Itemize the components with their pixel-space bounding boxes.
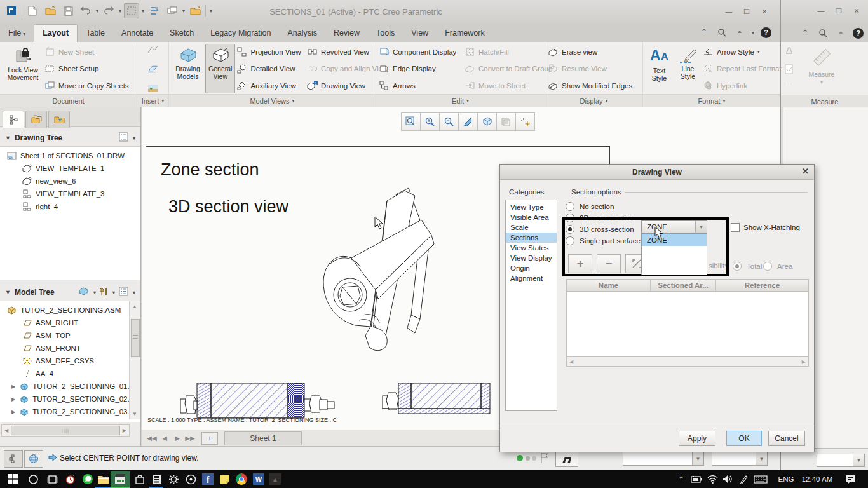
store-icon[interactable]	[132, 471, 147, 487]
tray-expand-icon[interactable]: ⌃	[674, 471, 689, 487]
prev-sheet-button[interactable]: ◀	[159, 433, 170, 444]
image-icon[interactable]	[147, 83, 158, 93]
wifi-icon[interactable]	[705, 471, 720, 487]
category-view-states[interactable]: View States	[506, 243, 557, 253]
zoom-fit-button[interactable]	[401, 112, 421, 131]
flag-icon[interactable]	[540, 452, 550, 466]
bg-search-icon[interactable]	[817, 27, 829, 39]
cortana-icon[interactable]	[25, 471, 41, 487]
settings-gear-icon[interactable]	[166, 471, 181, 487]
undo-dropdown[interactable]: ▾	[96, 8, 98, 14]
new-file-button[interactable]	[25, 3, 40, 18]
tree-item-asm-top[interactable]: ASM_TOP	[0, 329, 140, 342]
radio-area[interactable]: Area	[763, 262, 792, 271]
alarm-app-icon[interactable]	[62, 471, 78, 487]
group-label-insert[interactable]: Insert▾	[137, 94, 168, 107]
task-view-icon[interactable]	[44, 471, 60, 487]
group-label-format[interactable]: Format▾	[643, 94, 780, 107]
category-sections[interactable]: Sections	[506, 233, 557, 243]
category-alignment[interactable]: Alignment	[506, 273, 557, 283]
category-visible-area[interactable]: Visible Area	[506, 212, 557, 222]
repeat-last-format-button[interactable]: A Repeat Last Format	[703, 62, 778, 76]
section-name-combobox[interactable]: ZONE ▼	[641, 220, 707, 233]
tab-folder-browser[interactable]	[25, 111, 47, 128]
apply-button[interactable]: Apply	[679, 431, 715, 446]
revolved-view-button[interactable]: Revolved View	[307, 44, 373, 59]
tree-item-asm-right[interactable]: ASM_RIGHT	[0, 316, 140, 329]
new-sheet-button[interactable]: New Sheet	[44, 44, 133, 59]
dialog-close-icon[interactable]: ✕	[802, 166, 809, 176]
open-file-button[interactable]	[43, 3, 58, 18]
clock[interactable]: 12:40 AM	[798, 471, 836, 487]
expand-arrow-icon[interactable]: ▶	[11, 409, 15, 415]
bg-close-button[interactable]: ✕	[851, 6, 862, 15]
speaker-icon[interactable]	[720, 471, 735, 487]
tab-file[interactable]: File▾	[0, 25, 34, 42]
category-view-display[interactable]: View Display	[506, 253, 557, 263]
arrow-style-button[interactable]: Arrow Style ▾	[703, 44, 778, 59]
general-view-button[interactable]: GeneralView	[205, 44, 235, 93]
redo-dropdown[interactable]: ▾	[119, 8, 121, 14]
tab-analysis[interactable]: Analysis	[280, 25, 326, 42]
chevron-down-icon[interactable]: ▾	[112, 290, 115, 295]
bg-status-combobox[interactable]: ▼	[817, 454, 865, 467]
qat-customize-dropdown[interactable]: ▼	[208, 8, 214, 14]
ok-button[interactable]: OK	[726, 431, 762, 446]
scroll-down-arrow[interactable]: ▼	[132, 411, 137, 417]
tree-item-view-template-3[interactable]: VIEW_TEMPLATE_3	[0, 187, 140, 200]
radio-total[interactable]: Total	[733, 262, 762, 271]
file-explorer-icon[interactable]	[95, 471, 111, 487]
chevron-down-icon[interactable]: ▾	[133, 290, 135, 295]
dropdown-item-zone[interactable]: ZONE	[642, 234, 707, 246]
undo-button[interactable]	[78, 3, 93, 18]
collapse-triangle-icon[interactable]: ▼	[5, 289, 11, 295]
next-sheet-button[interactable]: ▶	[172, 433, 182, 444]
first-sheet-button[interactable]: ◀◀	[147, 433, 157, 444]
saved-views-button[interactable]	[496, 112, 516, 131]
bg-collapse-ribbon-icon[interactable]: ⌃	[799, 27, 811, 39]
column-sectioned-area[interactable]: Sectioned Ar...	[651, 280, 716, 291]
redo-button[interactable]	[101, 3, 116, 18]
tree-settings-icon[interactable]	[119, 132, 129, 144]
calculator-icon[interactable]	[149, 471, 165, 487]
repaint-button[interactable]	[458, 112, 478, 131]
tab-layout[interactable]: Layout	[34, 24, 78, 42]
line-style-button[interactable]: LineStyle	[674, 44, 702, 93]
column-reference[interactable]: Reference	[716, 280, 808, 291]
tree-item-view-template-1[interactable]: VIEW_TEMPLATE_1	[0, 162, 140, 175]
tree-item-asm-def-csys[interactable]: yx ASM_DEF_CSYS	[0, 355, 140, 367]
tree-tools-icon[interactable]	[100, 287, 109, 298]
tree-item-aa-4[interactable]: AA_4	[0, 367, 140, 380]
regenerate-button[interactable]	[147, 3, 162, 18]
move-copy-sheets-button[interactable]: Move or Copy Sheets	[44, 78, 133, 93]
projection-view-button[interactable]: Projection View	[236, 44, 306, 59]
detailed-view-button[interactable]: Detailed View	[236, 62, 306, 76]
section-view-right[interactable]	[382, 382, 499, 416]
column-name[interactable]: Name	[567, 280, 651, 291]
help-icon[interactable]: ?	[761, 27, 771, 38]
chevron-down-icon[interactable]: ▾	[93, 290, 96, 295]
show-modified-edges-button[interactable]: Show Modified Edges	[548, 78, 640, 93]
scroll-left-arrow[interactable]: ◀	[567, 359, 573, 365]
search-icon[interactable]	[716, 27, 728, 38]
bg-restore-button[interactable]: ❐	[833, 6, 844, 15]
hyperlink-button[interactable]: Hyperlink	[703, 78, 778, 93]
expand-arrow-icon[interactable]: ▶	[11, 396, 15, 402]
component-display-button[interactable]: Component Display	[379, 44, 463, 59]
zoom-in-button[interactable]	[420, 112, 440, 131]
web-browser-button[interactable]	[24, 450, 43, 468]
whatsapp-icon[interactable]	[80, 471, 95, 487]
dialog-titlebar[interactable]: Drawing View ✕	[500, 165, 814, 180]
drawing-models-button[interactable]: DrawingModels	[172, 44, 204, 93]
wireframe-3d-model[interactable]	[315, 183, 445, 353]
tab-view[interactable]: View	[403, 25, 437, 42]
resume-view-button[interactable]: Resume View	[548, 62, 640, 76]
edge-display-button[interactable]: Edge Display	[379, 62, 463, 76]
tree-item-assembly-root[interactable]: TUTOR_2_SECTIONING.ASM	[0, 304, 140, 316]
erase-view-button[interactable]: Erase view	[548, 44, 640, 59]
scroll-left-arrow[interactable]: ◀	[2, 428, 11, 433]
convert-draft-group-button[interactable]: Convert to Draft Group	[465, 62, 542, 76]
measure-button[interactable]: Measure ▾	[799, 43, 844, 97]
sketch-curve-icon[interactable]	[147, 44, 158, 55]
tree-item-sheet1[interactable]: Sheet 1 of SECTIONS_01.DRW	[0, 149, 140, 162]
